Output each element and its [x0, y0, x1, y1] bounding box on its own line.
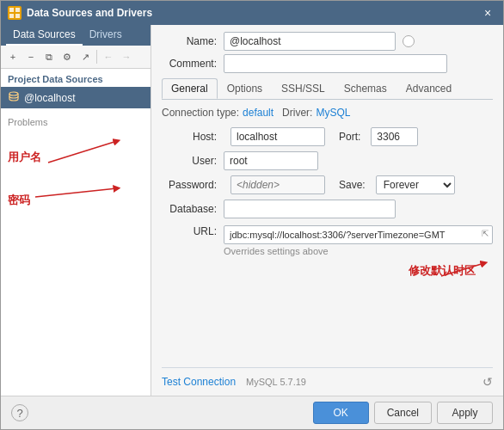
url-expand-button[interactable]: ⇱ [479, 227, 491, 239]
cancel-button[interactable]: Cancel [374, 402, 432, 424]
refresh-icon[interactable]: ↺ [482, 375, 493, 389]
tab-options[interactable]: Options [218, 78, 272, 99]
password-label: Password: [162, 179, 224, 191]
svg-rect-2 [9, 14, 14, 18]
svg-line-6 [35, 188, 117, 197]
datasource-item-localhost[interactable]: @localhost [1, 87, 151, 108]
url-row: URL: ⇱ [162, 225, 493, 244]
connection-type-row: Connection type: default Driver: MySQL [162, 107, 493, 119]
name-input[interactable] [224, 32, 396, 51]
settings-button[interactable]: ⚙ [58, 48, 76, 65]
test-connection-link[interactable]: Test Connection [162, 376, 236, 388]
url-input[interactable] [224, 225, 493, 244]
url-input-area: ⇱ [224, 225, 493, 244]
content-area: Data Sources Drivers + − ⧉ ⚙ ↗ ← → Proje… [1, 25, 503, 396]
test-connection-row: Test Connection MySQL 5.7.19 ↺ [162, 367, 493, 389]
save-label: Save: [339, 179, 366, 191]
apply-button[interactable]: Apply [437, 402, 493, 424]
database-label: Database: [162, 203, 224, 215]
svg-rect-0 [9, 8, 14, 12]
override-hint: Overrides settings above [224, 246, 493, 256]
comment-input[interactable] [224, 54, 447, 73]
tab-general[interactable]: General [162, 78, 218, 99]
user-input[interactable] [224, 151, 318, 170]
svg-point-4 [9, 92, 18, 95]
annotation-arrow-username [1, 132, 151, 236]
username-annotation: 用户名 [8, 150, 41, 165]
svg-rect-1 [15, 8, 20, 12]
sidebar-top-tabs: Data Sources Drivers [1, 25, 151, 46]
password-input[interactable] [230, 175, 325, 194]
tabs-bar: General Options SSH/SSL Schemas Advanced [162, 78, 493, 100]
save-select[interactable]: Forever Until restart Never [376, 175, 455, 194]
timezone-annotation: 修改默认时区 [409, 263, 476, 279]
tab-schemas[interactable]: Schemas [335, 78, 396, 99]
main-window: Data Sources and Drivers × Data Sources … [0, 0, 504, 430]
host-label: Host: [162, 131, 224, 143]
user-row: User: [162, 151, 493, 170]
url-label: URL: [162, 225, 224, 237]
sidebar: Data Sources Drivers + − ⧉ ⚙ ↗ ← → Proje… [1, 25, 151, 396]
problems-label: Problems [8, 117, 47, 127]
user-label: User: [162, 155, 224, 167]
comment-label: Comment: [162, 58, 224, 70]
tab-data-sources[interactable]: Data Sources [6, 25, 83, 46]
annotation-arrow-password [1, 175, 151, 244]
window-icon [8, 6, 22, 20]
close-button[interactable]: × [479, 4, 496, 22]
export-button[interactable]: ↗ [77, 48, 94, 65]
port-label: Port: [339, 131, 360, 143]
host-row: Host: Port: [162, 127, 493, 146]
svg-rect-3 [15, 14, 20, 18]
sidebar-toolbar: + − ⧉ ⚙ ↗ ← → [1, 46, 151, 69]
datasource-label: @localhost [24, 92, 76, 104]
tab-drivers[interactable]: Drivers [83, 25, 129, 46]
ok-button[interactable]: OK [313, 402, 369, 424]
connection-type-label: Connection type: [162, 107, 239, 119]
project-datasources-label: Project Data Sources [1, 69, 151, 87]
database-input[interactable] [224, 200, 396, 218]
right-panel: Name: Comment: General Options SSH/SSL S… [151, 25, 503, 396]
add-datasource-button[interactable]: + [4, 48, 22, 65]
comment-row: Comment: [162, 54, 493, 73]
database-row: Database: [162, 200, 493, 218]
name-label: Name: [162, 35, 224, 47]
driver-value[interactable]: MySQL [316, 107, 350, 119]
host-input[interactable] [230, 127, 325, 146]
password-annotation: 密码 [8, 193, 30, 208]
port-input[interactable] [371, 127, 418, 146]
tab-ssh-ssl[interactable]: SSH/SSL [272, 78, 335, 99]
back-button[interactable]: ← [100, 48, 117, 65]
tab-advanced[interactable]: Advanced [396, 78, 461, 99]
name-row: Name: [162, 32, 493, 51]
toolbar-separator [96, 50, 97, 64]
mysql-version: MySQL 5.7.19 [246, 377, 306, 387]
password-row: Password: Save: Forever Until restart Ne… [162, 175, 493, 194]
problems-section: Problems [1, 112, 151, 132]
datasource-icon [8, 90, 20, 105]
help-button[interactable]: ? [11, 404, 28, 421]
action-bar: ? OK Cancel Apply [1, 396, 503, 429]
window-title: Data Sources and Drivers [27, 7, 152, 19]
title-bar-left: Data Sources and Drivers [8, 6, 152, 20]
remove-datasource-button[interactable]: − [22, 48, 40, 65]
name-radio[interactable] [403, 35, 415, 47]
title-bar: Data Sources and Drivers × [1, 1, 503, 25]
svg-line-5 [48, 141, 117, 163]
forward-button[interactable]: → [118, 48, 135, 65]
connection-type-value[interactable]: default [243, 107, 274, 119]
driver-label: Driver: [282, 107, 312, 119]
copy-datasource-button[interactable]: ⧉ [40, 48, 58, 65]
